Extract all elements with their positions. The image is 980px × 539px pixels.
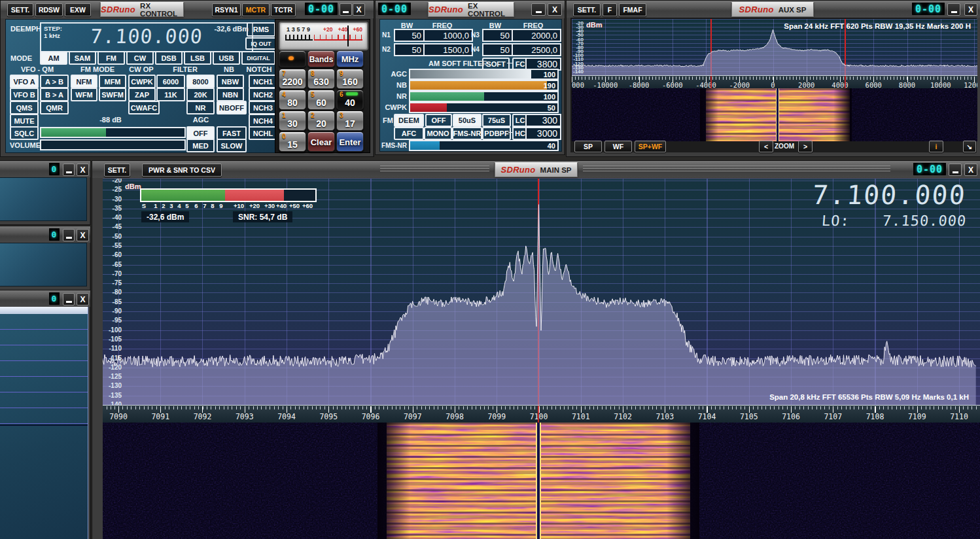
- mode-fm-button[interactable]: FM: [97, 51, 125, 65]
- nfm-button[interactable]: NFM: [71, 75, 97, 88]
- main-settings-button[interactable]: SETT.: [104, 164, 130, 177]
- cwafc-button[interactable]: CWAFC: [128, 101, 160, 114]
- afc-button[interactable]: AFC: [394, 127, 424, 140]
- vfo-a-button[interactable]: VFO A: [10, 75, 39, 88]
- mhz-key[interactable]: MHz: [336, 50, 364, 67]
- n1-bw-field[interactable]: 50: [394, 29, 425, 42]
- wfm-button[interactable]: WFM: [71, 88, 97, 101]
- aux-zoom-out-button[interactable]: <: [759, 141, 773, 152]
- sqlc-button[interactable]: SQLC: [10, 126, 39, 140]
- nbn-button[interactable]: NBN: [217, 88, 244, 101]
- mono-button[interactable]: MONO: [424, 127, 452, 140]
- agc-slow-button[interactable]: SLOW: [217, 139, 247, 152]
- mode-sam-button[interactable]: SAM: [69, 51, 96, 65]
- pdbpf-button[interactable]: PDBPF: [482, 127, 511, 140]
- hc-value-field[interactable]: 3000: [525, 127, 561, 140]
- keypad-key-6-active-band[interactable]: 640: [336, 90, 364, 110]
- ex-minimize-button[interactable]: [531, 3, 546, 16]
- n1-freq-field[interactable]: 1000,0: [423, 29, 473, 42]
- rx-control-titlebar[interactable]: SETT. RDSW EXW SDRuno RX CONTROL RSYN1 M…: [1, 1, 374, 18]
- rx-settings-button[interactable]: SETT.: [7, 3, 33, 16]
- swfm-button[interactable]: SWFM: [99, 88, 126, 101]
- volume-slider[interactable]: [40, 139, 186, 150]
- aux-spwf-view-button[interactable]: SP+WF: [635, 141, 666, 152]
- nch4-button[interactable]: NCH4: [249, 114, 277, 128]
- fms-nr-button[interactable]: FMS-NR: [452, 127, 482, 140]
- nch3-button[interactable]: NCH3: [249, 101, 277, 114]
- ex-title-plate[interactable]: SDRuno EX CONTROL: [428, 2, 514, 17]
- left-window-1-titlebar[interactable]: 0 X: [0, 161, 90, 177]
- left-window-3-close[interactable]: X: [77, 293, 89, 305]
- band-indicator-key[interactable]: [279, 50, 306, 67]
- filter-11k-button[interactable]: 11K: [156, 88, 185, 101]
- deemph-50us-button[interactable]: 50uS: [453, 114, 481, 127]
- left-window-1-minimize[interactable]: [63, 164, 75, 176]
- agc-slider[interactable]: 100: [409, 69, 559, 80]
- aux-resize-corner-button[interactable]: ↘: [963, 141, 976, 152]
- n4-freq-field[interactable]: 2500,0: [512, 43, 561, 56]
- bands-key[interactable]: Bands: [307, 50, 335, 67]
- aux-zoom-in-button[interactable]: >: [798, 141, 813, 152]
- rx-minimize-button[interactable]: [340, 3, 352, 16]
- rx-tctr-button[interactable]: TCTR: [271, 3, 296, 16]
- clear-key[interactable]: Clear: [307, 131, 335, 152]
- ex-control-titlebar[interactable]: 0-00 SDRuno EX CONTROL X: [376, 1, 565, 18]
- main-frequency-axis[interactable]: 7090709170927093709470957096709770987099…: [103, 405, 980, 423]
- qms-button[interactable]: QMS: [10, 101, 39, 114]
- aux-title-plate[interactable]: SDRuno AUX SP: [731, 2, 814, 17]
- rx-mctr-button[interactable]: MCTR: [242, 3, 270, 16]
- mode-am-button[interactable]: AM: [40, 51, 67, 65]
- agc-off-button[interactable]: OFF: [186, 126, 215, 140]
- nr-slider[interactable]: 100: [409, 91, 559, 102]
- agc-med-button[interactable]: MED: [186, 139, 215, 152]
- left-window-1-close[interactable]: X: [77, 164, 89, 176]
- n4-bw-field[interactable]: 50: [482, 43, 514, 56]
- agc-fast-button[interactable]: FAST: [217, 126, 247, 140]
- squelch-slider[interactable]: [40, 127, 186, 138]
- main-waterfall[interactable]: [103, 423, 980, 539]
- keypad-key-1[interactable]: 130: [279, 111, 306, 131]
- left-window-3-rows[interactable]: [0, 314, 88, 424]
- fmsnr-slider[interactable]: 40: [409, 140, 559, 151]
- aux-f-button[interactable]: F: [603, 3, 617, 16]
- aux-close-button[interactable]: X: [964, 3, 977, 16]
- filter-6000-button[interactable]: 6000: [156, 75, 185, 88]
- iq-out-button[interactable]: IQ OUT: [245, 37, 277, 50]
- filter-20k-button[interactable]: 20K: [186, 88, 215, 101]
- keypad-key-3[interactable]: 317: [336, 111, 364, 131]
- mfm-button[interactable]: MFM: [99, 75, 126, 88]
- main-close-button[interactable]: X: [964, 164, 977, 176]
- rx-rdsw-button[interactable]: RDSW: [35, 3, 63, 16]
- aux-settings-button[interactable]: SETT.: [573, 3, 601, 16]
- main-minimize-button[interactable]: [949, 164, 962, 176]
- nbw-button[interactable]: NBW: [217, 75, 244, 88]
- cwpk-button[interactable]: CWPK: [128, 75, 156, 88]
- mode-lsb-button[interactable]: LSB: [184, 51, 211, 65]
- vfo-b-button[interactable]: VFO B: [10, 88, 39, 101]
- main-spectrum-plot[interactable]: -20-25-30-35-40-45-50-55-60-65-70-75-80-…: [103, 179, 980, 405]
- main-title-plate[interactable]: SDRuno MAIN SP: [495, 162, 578, 177]
- aux-minimize-button[interactable]: [947, 3, 960, 16]
- left-window-2-close[interactable]: X: [77, 229, 89, 241]
- n2-freq-field[interactable]: 1500,0: [423, 43, 473, 56]
- n2-bw-field[interactable]: 50: [394, 43, 425, 56]
- deemph-off-button[interactable]: OFF: [425, 114, 452, 127]
- aux-info-button[interactable]: i: [929, 141, 943, 152]
- nchl-button[interactable]: NCHL: [249, 126, 277, 140]
- keypad-key-9[interactable]: 9160: [336, 69, 364, 89]
- main-csv-button[interactable]: PWR & SNR TO CSV: [142, 164, 222, 177]
- mode-usb-button[interactable]: USB: [213, 51, 240, 65]
- aux-wf-view-button[interactable]: WF: [604, 141, 632, 152]
- keypad-key-0[interactable]: 015: [279, 131, 306, 152]
- mute-button[interactable]: MUTE: [10, 114, 39, 128]
- mode-digital-button[interactable]: DIGITAL: [241, 51, 275, 65]
- ex-close-button[interactable]: X: [548, 3, 562, 16]
- keypad-key-8[interactable]: 8630: [307, 69, 335, 89]
- left-window-2-titlebar[interactable]: 0 X: [0, 226, 90, 243]
- qmr-button[interactable]: QMR: [40, 101, 69, 114]
- aux-spectrum-plot[interactable]: dBm Span 24 kHz FFT 620 Pts RBW 19,35 Hz…: [572, 19, 977, 75]
- left-window-3-minimize[interactable]: [63, 293, 75, 305]
- nch1-button[interactable]: NCH1: [249, 75, 277, 88]
- enter-key[interactable]: Enter: [336, 131, 364, 152]
- aux-sp-view-button[interactable]: SP: [574, 141, 602, 152]
